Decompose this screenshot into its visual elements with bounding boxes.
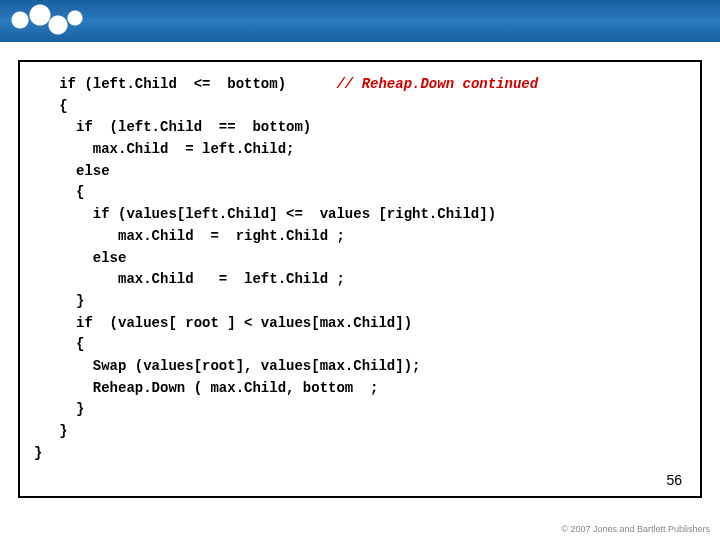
code-line-10: max.Child = left.Child ; — [34, 271, 345, 287]
code-line-8: max.Child = right.Child ; — [34, 228, 345, 244]
code-line-1a: if (left.Child <= bottom) — [34, 76, 336, 92]
code-comment: // Reheap.Down continued — [336, 76, 538, 92]
content-frame: if (left.Child <= bottom) // Reheap.Down… — [18, 60, 702, 498]
code-line-17: } — [34, 423, 68, 439]
code-line-16: } — [34, 401, 84, 417]
code-line-6: { — [34, 184, 84, 200]
code-line-15: Reheap.Down ( max.Child, bottom ; — [34, 380, 378, 396]
code-line-9: else — [34, 250, 126, 266]
code-line-2: { — [34, 98, 68, 114]
flower-decoration — [0, 0, 92, 42]
code-block: if (left.Child <= bottom) // Reheap.Down… — [34, 74, 686, 464]
code-line-13: { — [34, 336, 84, 352]
code-line-4: max.Child = left.Child; — [34, 141, 294, 157]
code-line-3: if (left.Child == bottom) — [34, 119, 311, 135]
code-line-12: if (values[ root ] < values[max.Child]) — [34, 315, 412, 331]
code-line-7: if (values[left.Child] <= values [right.… — [34, 206, 496, 222]
code-line-11: } — [34, 293, 84, 309]
code-line-14: Swap (values[root], values[max.Child]); — [34, 358, 420, 374]
footer-copyright: © 2007 Jones and Bartlett Publishers — [561, 524, 710, 534]
code-line-18: } — [34, 445, 42, 461]
page-number: 56 — [666, 472, 682, 488]
slide-header-banner — [0, 0, 720, 42]
code-line-5: else — [34, 163, 110, 179]
